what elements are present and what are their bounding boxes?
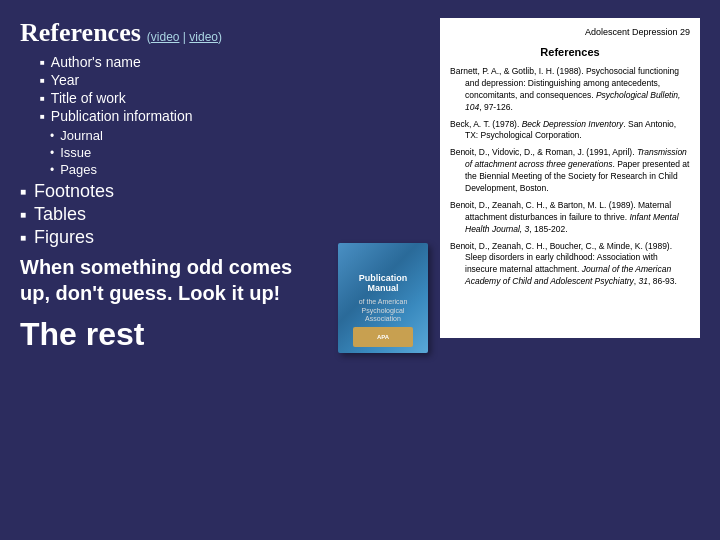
when-text: When something odd comes up, don't guess… [20,254,318,306]
bullet-year: Year [40,72,428,88]
book-cover-subtitle: of the AmericanPsychologicalAssociation [359,298,408,323]
sub-bullet-journal: Journal [50,128,428,143]
bullet-title-of-work: Title of work [40,90,428,106]
ref-entry-2: Beck, A. T. (1978). Beck Depression Inve… [450,119,690,143]
main-content: References (video | video) Author's name… [0,0,720,540]
left-column: References (video | video) Author's name… [20,18,428,353]
references-section: References (video | video) Author's name… [20,18,700,353]
ref-entry-4: Benoit, D., Zeanah, C. H., & Barton, M. … [450,200,690,236]
video-link-2[interactable]: video [189,30,218,44]
ref-entry-5: Benoit, D., Zeanah, C. H., Boucher, C., … [450,241,690,289]
bullet-publication-info: Publication information [40,108,428,124]
bullet-footnotes: Footnotes [20,181,318,202]
book-cover: PublicationManual of the AmericanPsychol… [338,243,428,353]
bottom-row: Footnotes Tables Figures When something … [20,181,428,353]
bullet-figures: Figures [20,227,318,248]
sub-bullet-list: Journal Issue Pages [50,128,428,177]
book-image: PublicationManual of the AmericanPsychol… [338,243,428,353]
main-bullet-list: Author's name Year Title of work Publica… [40,54,428,124]
card-page-num: Adolescent Depression 29 [585,26,690,39]
references-title: References [20,18,141,48]
ref-entry-3: Benoit, D., Vidovic, D., & Roman, J. (19… [450,147,690,195]
bullet-authors-name: Author's name [40,54,428,70]
references-header: References (video | video) [20,18,428,48]
book-cover-logo-text: APA [377,334,389,340]
video-separator: | [183,30,186,44]
book-cover-title: PublicationManual [359,273,408,295]
card-header: Adolescent Depression 29 [450,26,690,39]
book-cover-logo: APA [353,327,413,347]
bottom-bullets-list: Footnotes Tables Figures [20,181,318,248]
sub-bullet-issue: Issue [50,145,428,160]
card-references-section-title: References [450,45,690,60]
video-link-1[interactable]: video [151,30,180,44]
bullet-tables: Tables [20,204,318,225]
references-card: Adolescent Depression 29 References Barn… [440,18,700,338]
sub-bullet-pages: Pages [50,162,428,177]
left-bottom: Footnotes Tables Figures When something … [20,181,318,353]
the-rest-label: The rest [20,316,318,353]
ref-entry-1: Barnett, P. A., & Gotlib, I. H. (1988). … [450,66,690,114]
video-links: (video | video) [147,30,222,44]
